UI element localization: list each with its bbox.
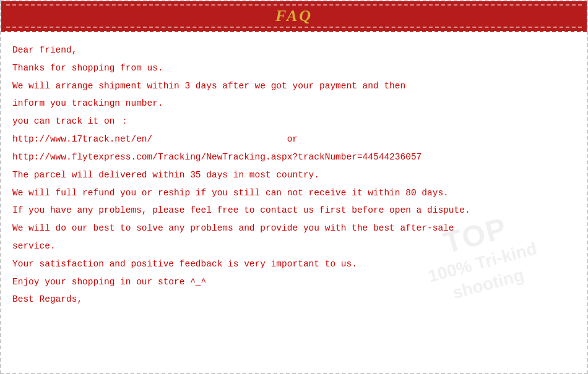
line-satisfaction: Your satisfaction and positive feedback … [12, 256, 576, 273]
faq-title: FAQ [275, 7, 313, 25]
line-regards: Best Regards, [12, 291, 576, 308]
header-bar: FAQ [1, 1, 587, 31]
content-area: Dear friend, Thanks for shopping from us… [1, 32, 587, 315]
line-service: service. [12, 238, 576, 255]
line-best1: We will do our best to solve any problem… [12, 220, 576, 237]
line-track-intro: you can track it on ： [12, 113, 576, 130]
line-delivery: The parcel will delivered within 35 days… [12, 167, 576, 184]
or-text: or [287, 134, 298, 144]
line-enjoy: Enjoy your shopping in our store ^_^ [12, 274, 576, 291]
line-url2: http://www.flytexpress.com/Tracking/NewT… [12, 149, 576, 166]
line-shipment2: inform you trackingn number. [12, 95, 576, 112]
tracking-url1: http://www.17track.net/en/ [12, 134, 152, 144]
page-wrapper: FAQ Dear friend, Thanks for shopping fro… [0, 0, 588, 374]
content-text: Dear friend, Thanks for shopping from us… [12, 42, 576, 308]
line-url1-row: http://www.17track.net/en/ or [12, 131, 576, 148]
line-refund: We will full refund you or reship if you… [12, 185, 576, 202]
line-thanks: Thanks for shopping from us. [12, 60, 576, 77]
line-shipment1: We will arrange shipment within 3 days a… [12, 78, 576, 95]
line-greeting: Dear friend, [12, 42, 576, 59]
line-problems: If you have any problems, please feel fr… [12, 202, 576, 219]
